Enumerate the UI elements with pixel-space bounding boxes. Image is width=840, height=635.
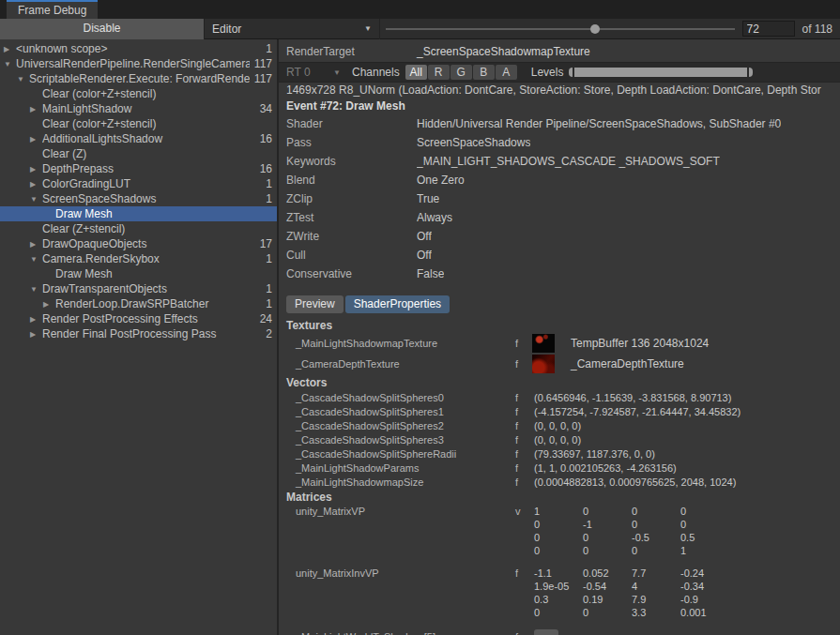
tree-row[interactable]: Draw Mesh — [0, 266, 277, 281]
expand-arrow-icon[interactable]: ▶ — [30, 240, 41, 249]
texture-type: f — [515, 358, 532, 370]
collapse-arrow-icon[interactable]: ▼ — [17, 75, 28, 83]
tree-row[interactable]: ▶RenderLoop.DrawSRPBatcher1 — [0, 296, 277, 311]
tree-row[interactable]: Clear (color+Z+stencil) — [0, 116, 277, 131]
tree-row-label: Render PostProcessing Effects — [42, 312, 250, 325]
matrix-expand-button[interactable]: ... — [534, 629, 558, 635]
texture-value: _CameraDepthTexture — [571, 357, 684, 370]
rt-index-dropdown[interactable]: RT 0 ▼ — [286, 66, 341, 79]
tree-row[interactable]: Clear (Z+stencil) — [0, 221, 277, 236]
target-dropdown[interactable]: Editor ▼ — [205, 19, 380, 39]
frame-number-input[interactable] — [742, 21, 795, 37]
channel-all-button[interactable]: All — [405, 65, 427, 80]
property-label: ZWrite — [279, 230, 417, 243]
frame-total-label: of 118 — [802, 23, 832, 36]
vector-name: _CascadeShadowSplitSpheres3 — [279, 434, 515, 446]
channel-b-button[interactable]: B — [473, 65, 495, 80]
levels-range-bar[interactable] — [574, 68, 747, 77]
tree-row[interactable]: ▶MainLightShadow34 — [0, 101, 277, 116]
property-value: Hidden/Universal Render Pipeline/ScreenS… — [417, 117, 781, 130]
tree-row[interactable]: ▶<unknown scope>1 — [0, 41, 277, 56]
tree-row[interactable]: ▶DrawOpaqueObjects17 — [0, 236, 277, 251]
channel-a-button[interactable]: A — [496, 65, 517, 80]
tree-row[interactable]: ▼ScreenSpaceShadows1 — [0, 191, 277, 206]
tree-row[interactable]: ▼DrawTransparentObjects1 — [0, 281, 277, 296]
matrix-cell: 0.001 — [680, 606, 729, 619]
collapse-arrow-icon[interactable]: ▼ — [30, 285, 41, 294]
collapse-arrow-icon[interactable]: ▼ — [4, 60, 15, 68]
expand-arrow-icon[interactable]: ▶ — [30, 165, 41, 174]
channels-toolbar: RT 0 ▼ Channels AllRGBA Levels — [279, 62, 840, 83]
tree-row-count: 16 — [250, 132, 272, 145]
levels-range-slider[interactable] — [569, 68, 753, 77]
expand-arrow-icon[interactable]: ▶ — [30, 315, 41, 324]
vector-row: _CascadeShadowSplitSpheres3f(0, 0, 0, 0) — [279, 432, 840, 446]
channel-r-button[interactable]: R — [428, 65, 450, 80]
vector-value: (0.0004882813, 0.0009765625, 2048, 1024) — [534, 476, 736, 488]
tree-row[interactable]: ▼Camera.RenderSkybox1 — [0, 251, 277, 266]
tree-row[interactable]: ▶AdditionalLightsShadow16 — [0, 131, 277, 146]
levels-max-handle[interactable] — [749, 68, 753, 77]
shadowmap-thumbnail[interactable] — [532, 334, 555, 353]
expand-arrow-icon[interactable]: ▶ — [30, 330, 41, 339]
tree-row[interactable]: Clear (Z) — [0, 146, 277, 161]
property-label: ZTest — [279, 211, 417, 224]
tree-row[interactable]: ▼UniversalRenderPipeline.RenderSingleCam… — [0, 56, 277, 71]
tree-row[interactable]: Draw Mesh — [0, 206, 277, 221]
render-target-row: RenderTarget _ScreenSpaceShadowmapTextur… — [279, 41, 840, 62]
property-value: Off — [417, 230, 432, 243]
expand-arrow-icon[interactable]: ▶ — [4, 45, 15, 53]
tree-row-label: <unknown scope> — [16, 42, 250, 55]
matrix-row: unity_MatrixVPv10000-10000-0.50.50001 — [279, 505, 840, 557]
matrix-cell: 0 — [583, 531, 632, 544]
tree-row[interactable]: ▶Render Final PostProcessing Pass2 — [0, 326, 277, 341]
buffer-info-line: 1469x728 R8_UNorm (LoadAction: DontCare,… — [279, 83, 840, 98]
tree-row[interactable]: ▶DepthPrepass16 — [0, 161, 277, 176]
levels-min-handle[interactable] — [569, 68, 573, 77]
tree-row-count: 16 — [250, 162, 272, 175]
vector-name: _CascadeShadowSplitSphereRadii — [279, 448, 515, 460]
expand-arrow-icon[interactable]: ▶ — [30, 180, 41, 189]
preview-tab[interactable]: Preview — [286, 295, 344, 313]
tree-row[interactable]: ▶Render PostProcessing Effects24 — [0, 311, 277, 326]
tree-row-label: Draw Mesh — [55, 267, 250, 280]
channel-g-button[interactable]: G — [451, 65, 472, 80]
vector-row: _CascadeShadowSplitSpheres0f(0.6456946, … — [279, 390, 840, 404]
tree-row[interactable]: ▼ScriptableRenderer.Execute: ForwardRend… — [0, 71, 277, 86]
render-target-label: RenderTarget — [279, 45, 417, 58]
frame-slider[interactable] — [380, 19, 742, 39]
property-label: Blend — [279, 174, 417, 187]
matrices-section-title: Matrices — [279, 491, 840, 505]
expand-arrow-icon[interactable]: ▶ — [43, 300, 54, 309]
expand-arrow-icon[interactable]: ▶ — [30, 105, 41, 113]
event-tree: ▶<unknown scope>1▼UniversalRenderPipelin… — [0, 39, 279, 635]
collapse-arrow-icon[interactable]: ▼ — [30, 195, 41, 204]
texture-row: _CameraDepthTexturef_CameraDepthTexture — [279, 354, 840, 374]
property-row: ZWriteOff — [279, 227, 840, 246]
matrix-cell: 0.5 — [680, 531, 729, 544]
event-details-panel: RenderTarget _ScreenSpaceShadowmapTextur… — [279, 39, 840, 635]
depth-thumbnail[interactable] — [532, 355, 555, 373]
tree-row-count: 1 — [250, 297, 272, 310]
tree-row[interactable]: Clear (color+Z+stencil) — [0, 86, 277, 101]
tree-row[interactable]: ▶ColorGradingLUT1 — [0, 176, 277, 191]
frame-slider-handle[interactable] — [590, 24, 600, 34]
tree-row-label: Draw Mesh — [55, 207, 250, 220]
frame-slider-track[interactable] — [386, 28, 735, 30]
matrix-cell: 0.19 — [583, 593, 632, 606]
texture-row: _MainLightShadowmapTexturefTempBuffer 13… — [279, 333, 840, 354]
frame-debug-tab[interactable]: Frame Debug — [7, 0, 98, 19]
disable-button[interactable]: Disable — [0, 19, 205, 39]
main-split: ▶<unknown scope>1▼UniversalRenderPipelin… — [0, 39, 840, 635]
tree-row-label: MainLightShadow — [42, 102, 250, 115]
tree-row-label: DrawTransparentObjects — [42, 282, 250, 295]
matrix-cell: 1.9e-05 — [534, 580, 583, 593]
vector-value: (0.6456946, -1.15639, -3.831568, 8.90713… — [534, 392, 731, 403]
property-value: False — [417, 267, 444, 280]
shaderproperties-tab[interactable]: ShaderProperties — [345, 295, 450, 313]
expand-arrow-icon[interactable]: ▶ — [30, 135, 41, 144]
matrix-cell: 0 — [680, 505, 729, 518]
property-value: Off — [417, 249, 432, 262]
collapse-arrow-icon[interactable]: ▼ — [30, 255, 41, 264]
matrix-cell: 0.052 — [583, 567, 632, 580]
